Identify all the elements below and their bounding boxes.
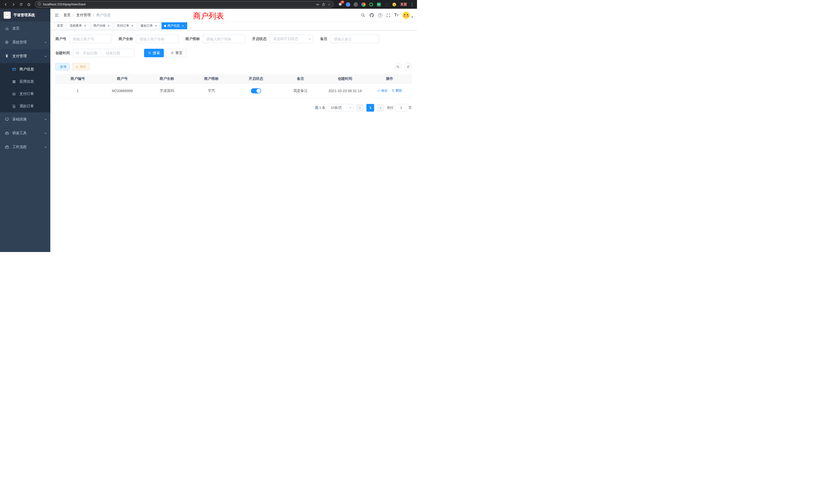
status-select[interactable]: 请选择开启状态 ▾ bbox=[270, 35, 313, 43]
tags-view: 首页 流程表单× 用户分组× 支付订单× 退款订单× 商户信息× bbox=[50, 22, 417, 30]
extensions-puzzle-icon[interactable]: 10 bbox=[337, 1, 343, 7]
breadcrumb-home[interactable]: 首页 bbox=[63, 13, 71, 18]
tab-refund-order[interactable]: 退款订单× bbox=[138, 22, 160, 29]
extension-green-doc-icon[interactable] bbox=[376, 1, 382, 7]
tab-user-group[interactable]: 用户分组× bbox=[91, 22, 113, 29]
tab-pay-order[interactable]: 支付订单× bbox=[114, 22, 137, 29]
col-merchant-name: 商户全称 bbox=[145, 74, 189, 84]
cell-create-time: 2021-10-23 08:31:14 bbox=[323, 84, 368, 98]
site-info-icon[interactable]: ⓘ bbox=[38, 2, 41, 7]
export-button[interactable]: 导出 bbox=[72, 63, 89, 70]
sidebar: 芋道管理系统 首页 ⚙ 系统管理 ¥ 支付管理 商户信息 bbox=[0, 9, 50, 252]
sidebar-item-payment[interactable]: ¥ 支付管理 bbox=[0, 49, 50, 63]
calendar-icon bbox=[76, 51, 79, 55]
col-remark: 备注 bbox=[278, 74, 323, 84]
page-button-1[interactable]: 1 bbox=[367, 104, 374, 112]
col-merchant-no: 商户号 bbox=[100, 74, 145, 84]
password-key-icon[interactable] bbox=[316, 3, 320, 6]
main-panel: 商户列表 首页 / 支付管理 / 商户信息 ? TT ▾ bbox=[50, 9, 417, 252]
merchant-short-input[interactable] bbox=[203, 35, 245, 43]
start-date-input[interactable] bbox=[80, 51, 100, 55]
refresh-button[interactable] bbox=[404, 63, 412, 71]
sidebar-menu: 首页 ⚙ 系统管理 ¥ 支付管理 商户信息 应用信息 bbox=[0, 22, 50, 252]
breadcrumb: 首页 / 支付管理 / 商户信息 bbox=[63, 13, 111, 18]
fullscreen-icon[interactable] bbox=[386, 13, 391, 18]
cell-remark: 我是备注 bbox=[278, 84, 323, 98]
extension-green-ring-icon[interactable] bbox=[368, 1, 374, 7]
sidebar-item-app-info[interactable]: 应用信息 bbox=[0, 75, 50, 88]
status-toggle[interactable] bbox=[251, 88, 261, 93]
browser-home-button[interactable] bbox=[25, 1, 32, 8]
browser-reload-button[interactable] bbox=[18, 1, 25, 8]
browser-forward-button[interactable] bbox=[10, 1, 17, 8]
search-icon[interactable] bbox=[361, 13, 366, 18]
navbar-actions: ? TT ▾ bbox=[361, 11, 413, 19]
close-icon[interactable]: × bbox=[130, 24, 134, 28]
reset-button[interactable]: 重置 bbox=[167, 49, 187, 57]
github-icon[interactable] bbox=[369, 13, 374, 18]
breadcrumb-payment[interactable]: 支付管理 bbox=[76, 13, 91, 18]
chevron-down-icon: ▾ bbox=[309, 37, 310, 41]
close-icon[interactable]: × bbox=[181, 24, 184, 28]
help-icon[interactable]: ? bbox=[378, 13, 382, 18]
bookmark-star-icon[interactable]: ☆ bbox=[327, 2, 331, 6]
toggle-search-button[interactable] bbox=[394, 63, 401, 71]
tab-process-form[interactable]: 流程表单× bbox=[67, 22, 89, 29]
close-icon[interactable]: × bbox=[107, 24, 110, 28]
cell-merchant-name: 芋道源码 bbox=[145, 84, 189, 98]
table-row: 1 M233666999 芋道源码 芋艿 我是备注 2021-10-23 08:… bbox=[56, 84, 412, 98]
user-menu[interactable]: ▾ bbox=[402, 11, 413, 19]
merchant-no-input[interactable] bbox=[69, 35, 112, 43]
tab-merchant-info[interactable]: 商户信息× bbox=[161, 22, 187, 29]
chevron-down-icon bbox=[44, 118, 47, 121]
browser-menu-icon[interactable]: ⋮ bbox=[409, 2, 415, 7]
end-date-input[interactable] bbox=[103, 51, 123, 55]
browser-back-button[interactable] bbox=[2, 1, 9, 8]
sidebar-item-workflow[interactable]: 工作流程 bbox=[0, 140, 50, 154]
sidebar-item-infrastructure[interactable]: 基础设施 bbox=[0, 112, 50, 126]
close-icon[interactable]: × bbox=[154, 24, 158, 28]
merchant-short-label: 商户简称 bbox=[185, 37, 200, 41]
address-bar[interactable]: ⓘ localhost:1024/pay/merchant ☆ bbox=[35, 1, 333, 8]
chevron-down-icon: ▾ bbox=[350, 106, 351, 109]
chevron-down-icon[interactable]: ▾ bbox=[411, 16, 413, 19]
tab-home[interactable]: 首页 bbox=[54, 22, 66, 29]
table-header-row: 商户编号 商户号 商户全称 商户简称 开启状态 备注 创建时间 操作 bbox=[56, 74, 412, 84]
sidebar-item-pay-order[interactable]: 支付订单 bbox=[0, 88, 50, 100]
sidebar-toggle-icon[interactable] bbox=[54, 13, 59, 18]
add-button[interactable]: 新增 bbox=[56, 63, 70, 70]
tools-icon bbox=[5, 131, 9, 135]
edit-link[interactable]: 修改 bbox=[377, 89, 388, 93]
sidebar-item-refund-order[interactable]: 退款订单 bbox=[0, 100, 50, 112]
close-icon[interactable]: × bbox=[83, 24, 87, 28]
monitor-icon bbox=[5, 117, 9, 121]
sidebar-item-dev-tools[interactable]: 研发工具 bbox=[0, 126, 50, 140]
extension-circle-icon[interactable] bbox=[353, 1, 359, 7]
font-size-icon[interactable]: TT bbox=[394, 13, 398, 18]
extension-dark-icon[interactable] bbox=[383, 1, 390, 7]
extension-drop-icon[interactable] bbox=[345, 1, 351, 7]
prev-page-button[interactable]: ‹ bbox=[356, 104, 364, 112]
sidebar-item-merchant-info[interactable]: 商户信息 bbox=[0, 63, 50, 75]
extension-avatar-icon[interactable] bbox=[360, 1, 367, 7]
delete-link[interactable]: 删除 bbox=[392, 89, 402, 93]
chevron-down-icon bbox=[44, 41, 47, 44]
share-icon[interactable] bbox=[322, 3, 325, 6]
create-time-label: 创建时间 bbox=[56, 51, 70, 55]
page-size-select[interactable]: 10条/页 ▾ bbox=[328, 104, 354, 112]
sidebar-item-home[interactable]: 首页 bbox=[0, 22, 50, 36]
merchant-name-label: 商户全称 bbox=[118, 37, 133, 41]
logo[interactable]: 芋道管理系统 bbox=[0, 9, 50, 22]
sidebar-item-system[interactable]: ⚙ 系统管理 bbox=[0, 36, 50, 49]
search-button[interactable]: 搜索 bbox=[144, 49, 164, 57]
remark-input[interactable] bbox=[330, 35, 379, 43]
pagination: 共 1 条 10条/页 ▾ ‹ 1 › 前往 页 bbox=[56, 104, 412, 112]
merchant-name-input[interactable] bbox=[136, 35, 178, 43]
next-page-button[interactable]: › bbox=[377, 104, 385, 112]
goto-page-input[interactable] bbox=[395, 104, 407, 112]
avatar[interactable] bbox=[402, 11, 410, 19]
create-time-range[interactable]: - bbox=[73, 49, 135, 57]
browser-update-button[interactable]: 更新 bbox=[399, 2, 409, 7]
url-text[interactable]: localhost:1024/pay/merchant bbox=[43, 3, 86, 6]
extension-smiley-icon[interactable] bbox=[391, 1, 397, 7]
